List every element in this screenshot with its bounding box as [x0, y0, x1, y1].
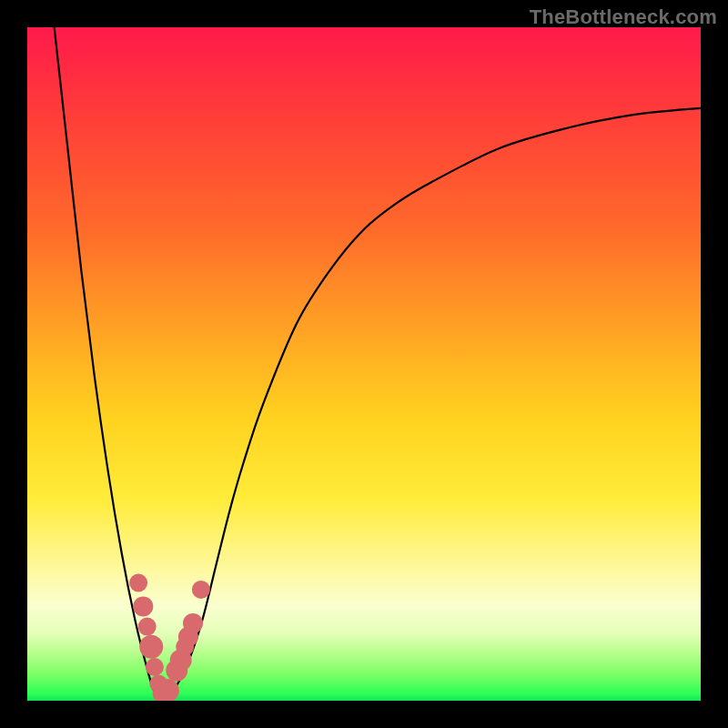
highlight-dot: [138, 618, 157, 636]
highlight-dot: [146, 658, 164, 676]
highlight-dot: [183, 613, 203, 633]
watermark-text: TheBottleneck.com: [530, 5, 717, 29]
bottleneck-curve: [55, 27, 701, 701]
chart-svg: [27, 27, 701, 701]
highlight-dot-cluster: [129, 574, 210, 702]
outer-frame: TheBottleneck.com: [0, 0, 728, 728]
highlight-dot: [192, 581, 210, 599]
gradient-plot-area: [27, 27, 701, 701]
highlight-dot: [133, 596, 153, 616]
highlight-dot: [139, 635, 163, 659]
highlight-dot: [129, 574, 147, 592]
